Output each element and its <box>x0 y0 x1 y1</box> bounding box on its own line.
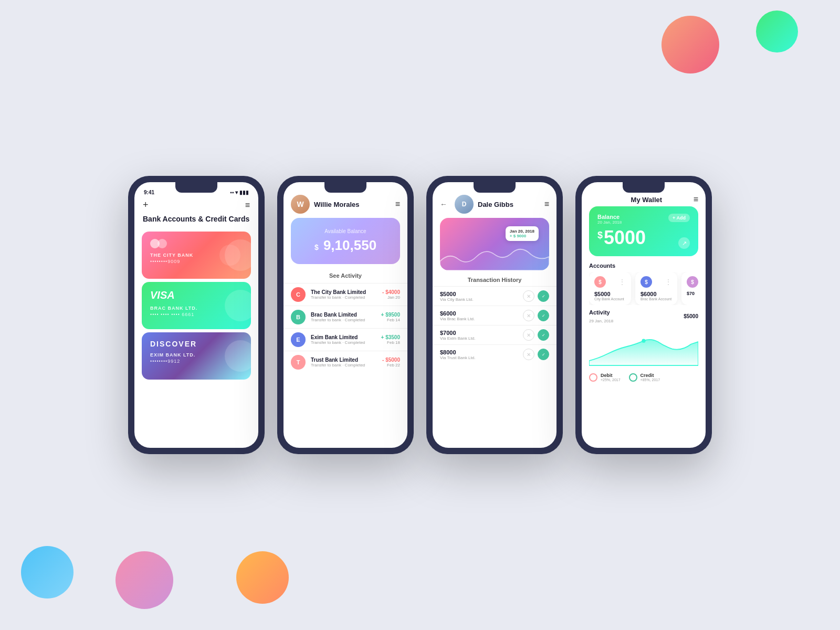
tx-approve-3[interactable]: ✓ <box>538 349 549 360</box>
wb-arrow-btn[interactable]: ↗ <box>678 237 690 249</box>
tx-date-3: Feb 22 <box>382 363 400 368</box>
phone2-user-row: W Willie Morales <box>291 195 360 214</box>
card-city-bank[interactable]: THE CITY BANK ••••••••9009 <box>142 232 251 279</box>
acc-name-1: Brac Bank Account <box>640 297 672 301</box>
act-header: Activity 29 Jan, 2018 $5000 <box>589 309 698 323</box>
activity-section: Activity 29 Jan, 2018 $5000 <box>582 307 706 370</box>
wb-balance-value: 5000 <box>604 227 646 249</box>
tx-h-info-2: $7000 Via Exim Bank Ltd. <box>440 330 519 341</box>
account-card-1[interactable]: $ ⋮ $6000 Brac Bank Account <box>635 272 677 305</box>
phone2-balance-card: Available Balance $ 9,10,550 <box>291 218 400 264</box>
acc-icon-2: $ <box>687 276 698 288</box>
balance-label: Available Balance <box>301 228 390 234</box>
back-arrow-btn[interactable]: ← <box>440 200 447 208</box>
tx-h-actions-3: ✕ ✓ <box>523 349 549 360</box>
phone1-header: + ≡ <box>134 197 258 215</box>
phone1-add-btn[interactable]: + <box>143 200 149 211</box>
legend-circle-debit <box>589 373 597 382</box>
legend-text-debit: Debit +25%, 2017 <box>601 373 621 382</box>
card2-bank: BRAC BANK LTD. <box>150 306 243 311</box>
card-visa[interactable]: VISA BRAC BANK LTD. •••• •••• •••• 6661 <box>142 282 251 329</box>
phone2-avatar: W <box>291 195 310 214</box>
tx-h-item-2: $7000 Via Exim Bank Ltd. ✕ ✓ <box>433 325 556 344</box>
tx-h-via-0: Via City Bank Ltd. <box>440 297 519 302</box>
acc-dots-1: ⋮ <box>665 278 672 286</box>
accounts-section: Accounts $ ⋮ $5000 City Bank Account <box>582 260 706 307</box>
phone1-icons: ▪▪ ▾ ▮▮▮ <box>230 190 249 195</box>
legend-label-debit: Debit <box>601 373 621 378</box>
card2-number: •••• •••• •••• 6661 <box>150 312 243 317</box>
tx-info-2: Exim Bank Limited Transfer to bank · Com… <box>311 334 376 345</box>
balance-value: 9,10,550 <box>323 237 376 253</box>
card3-bank: EXIM BANK LTD. <box>150 352 243 358</box>
phone1: 9:41 ▪▪ ▾ ▮▮▮ + ≡ Bank Accounts & Credit… <box>128 176 265 454</box>
tx-approve-0[interactable]: ✓ <box>538 290 549 302</box>
tx-date-2: Feb 18 <box>381 340 400 345</box>
account-card-2[interactable]: $ $70 <box>681 272 698 305</box>
deco-circle-teal <box>756 10 798 52</box>
balance-currency: $ <box>314 243 319 251</box>
see-activity-link[interactable]: See Activity <box>284 269 407 283</box>
phone3-screen: ← D Dale Gibbs ≡ Jan 20, 2018 + $ 9000 T… <box>433 182 556 448</box>
phone3-header: ← D Dale Gibbs ≡ <box>433 192 556 218</box>
phone1-title: Bank Accounts & Credit Cards <box>134 215 258 228</box>
tx-item-0: C The City Bank Limited Transfer to bank… <box>284 283 407 306</box>
tx-decline-2[interactable]: ✕ <box>523 329 534 341</box>
tx-bank-2: Exim Bank Limited <box>311 334 376 340</box>
acc-amount-2: $70 <box>687 291 698 296</box>
tx-item-1: B Brac Bank Limited Transfer to bank · C… <box>284 306 407 328</box>
activity-date: 29 Jan, 2018 <box>589 319 613 323</box>
deco-circle-coral <box>662 16 719 74</box>
tx-desc-1: Transfer to bank · Completed <box>311 318 376 322</box>
wb-amount: $ 5000 <box>597 227 690 249</box>
legend-circle-credit <box>629 373 637 382</box>
legend-pct-debit: +25%, 2017 <box>601 378 621 382</box>
tx-decline-1[interactable]: ✕ <box>523 310 534 321</box>
tx-desc-3: Transfer to bank · Completed <box>311 363 377 368</box>
tx-bank-0: The City Bank Limited <box>311 289 377 295</box>
tx-decline-3[interactable]: ✕ <box>523 349 534 360</box>
tx-h-info-3: $8000 Via Trust Bank Ltd. <box>440 349 519 360</box>
tx-h-amount-0: $5000 <box>440 291 519 297</box>
phone3-username: Dale Gibbs <box>478 201 513 208</box>
wb-balance-label: Balance <box>597 214 622 220</box>
phone4-status-bar <box>582 182 706 192</box>
wb-label-group: Balance 20 Jan, 2018 <box>597 214 622 225</box>
tx-amount-2: + $3500 <box>381 334 400 340</box>
tx-icon-0: C <box>291 287 306 302</box>
wb-top: Balance 20 Jan, 2018 + Add <box>597 214 690 225</box>
phone4: My Wallet ≡ Balance 20 Jan, 2018 + Add $… <box>575 176 712 454</box>
phone4-screen: My Wallet ≡ Balance 20 Jan, 2018 + Add $… <box>582 182 706 448</box>
phone3-user-row: ← D Dale Gibbs <box>440 195 513 214</box>
phone3: ← D Dale Gibbs ≡ Jan 20, 2018 + $ 9000 T… <box>426 176 563 454</box>
tx-right-2: + $3500 Feb 18 <box>381 334 400 345</box>
phone3-menu[interactable]: ≡ <box>544 200 549 209</box>
legend-row: Debit +25%, 2017 Credit +85%, 2017 <box>582 370 706 382</box>
acc-icon-row-0: $ ⋮ <box>594 276 626 288</box>
tx-info-0: The City Bank Limited Transfer to bank ·… <box>311 289 377 300</box>
tx-h-amount-1: $6000 <box>440 310 519 317</box>
tx-icon-2: E <box>291 332 306 347</box>
acc-icon-row-2: $ <box>687 276 698 288</box>
phone2-menu[interactable]: ≡ <box>395 200 400 209</box>
phone1-screen: 9:41 ▪▪ ▾ ▮▮▮ + ≡ Bank Accounts & Credit… <box>134 182 258 448</box>
tx-amount-1: + $9500 <box>381 312 400 318</box>
tx-approve-2[interactable]: ✓ <box>538 329 549 341</box>
card3-number: ••••••••9912 <box>150 359 243 364</box>
tx-h-amount-2: $7000 <box>440 330 519 336</box>
phone2-status-bar <box>284 182 407 192</box>
tx-h-via-2: Via Exim Bank Ltd. <box>440 336 519 341</box>
account-card-0[interactable]: $ ⋮ $5000 City Bank Account <box>589 272 631 305</box>
deco-circle-blue <box>21 546 74 598</box>
phone1-menu-btn[interactable]: ≡ <box>245 201 250 210</box>
wb-add-btn[interactable]: + Add <box>668 214 690 222</box>
tx-item-3: T Trust Bank Limited Transfer to bank · … <box>284 351 407 373</box>
tx-approve-1[interactable]: ✓ <box>538 310 549 321</box>
phone4-menu[interactable]: ≡ <box>694 195 698 204</box>
tx-decline-0[interactable]: ✕ <box>523 290 534 302</box>
tx-desc-2: Transfer to bank · Completed <box>311 340 376 345</box>
tx-date-1: Feb 14 <box>381 318 400 322</box>
accounts-scroll: $ ⋮ $5000 City Bank Account $ ⋮ $6000 <box>589 272 698 305</box>
act-header-left: Activity 29 Jan, 2018 <box>589 309 613 323</box>
card-discover[interactable]: DISCOVER EXIM BANK LTD. ••••••••9912 <box>142 332 251 380</box>
